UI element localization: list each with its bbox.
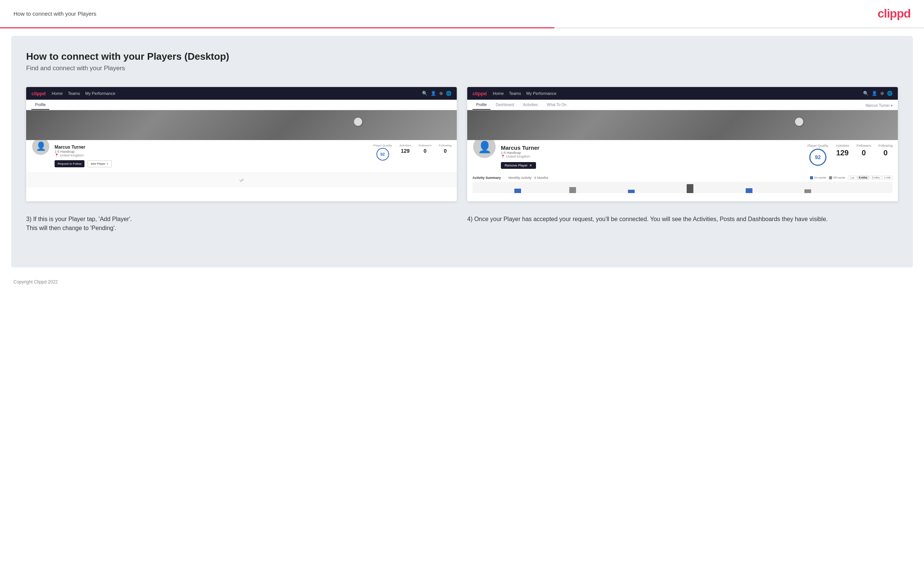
location-icon-left: 📍 — [55, 153, 59, 157]
page-heading: How to connect with your Players (Deskto… — [26, 51, 898, 62]
legend-oncourse-dot — [810, 176, 813, 179]
legend-off-course: Off course — [829, 176, 845, 179]
tab-activities-right[interactable]: Activities — [519, 103, 541, 110]
player-handicap-right: 1-5 Handicap — [501, 151, 803, 155]
settings-icon-right[interactable]: ⊕ — [880, 91, 884, 96]
stat-following-left: Following 0 — [439, 144, 452, 154]
nav-performance-left[interactable]: My Performance — [85, 91, 115, 96]
profile-section-right: 👤 Marcus Turner 1-5 Handicap 📍 United Ki… — [467, 140, 898, 201]
quality-circle-right: 92 — [809, 148, 826, 166]
screenshot-panel-left: clippd Home Teams My Performance 🔍 👤 ⊕ 🌐… — [26, 87, 457, 201]
nav-performance-right[interactable]: My Performance — [526, 91, 557, 96]
description-left: 3) If this is your Player tap, 'Add Play… — [26, 215, 457, 233]
player-handicap-left: 1-5 Handicap — [55, 150, 369, 153]
golf-ball-right — [795, 118, 803, 126]
tab-profile-left[interactable]: Profile — [31, 103, 49, 110]
time-btn-1mth[interactable]: 1 mth — [882, 176, 893, 180]
screenshots-row: clippd Home Teams My Performance 🔍 👤 ⊕ 🌐… — [26, 87, 898, 201]
app-nav-right: clippd Home Teams My Performance 🔍 👤 ⊕ 🌐 — [467, 87, 898, 100]
time-btn-6mths[interactable]: 6 mths — [857, 176, 869, 180]
panel-footer-left: ✂ — [26, 172, 457, 187]
profile-section-left: 👤 Marcus Turner 1-5 Handicap 📍 United Ki… — [26, 140, 457, 172]
app-nav-links-left: Home Teams My Performance — [52, 91, 416, 96]
chart-bar-1 — [514, 189, 521, 193]
time-btn-1yr[interactable]: 1 yr — [848, 176, 856, 180]
scissors-icon: ✂ — [238, 176, 246, 184]
profile-info-right: Marcus Turner 1-5 Handicap 📍 United King… — [501, 144, 803, 169]
search-icon-right[interactable]: 🔍 — [863, 91, 869, 96]
golf-banner-left — [26, 110, 457, 140]
player-location-right: 📍 United Kingdom — [501, 155, 803, 158]
tab-profile-right[interactable]: Profile — [472, 103, 490, 110]
chart-bar-6 — [804, 189, 811, 193]
nav-icons-right: 🔍 👤 ⊕ 🌐 — [863, 91, 893, 96]
clippd-logo: clippd — [878, 7, 911, 21]
page-footer: Copyright Clippd 2022 — [0, 275, 924, 289]
follow-button-left[interactable]: Request to Follow — [55, 160, 84, 167]
nav-home-right[interactable]: Home — [493, 91, 504, 96]
stat-activities-right: Activities 129 — [836, 144, 849, 157]
page-breadcrumb: How to connect with your Players — [13, 10, 97, 17]
search-icon-left[interactable]: 🔍 — [422, 91, 428, 96]
stat-followers-right: Followers 0 — [856, 144, 871, 157]
chart-bar-3 — [628, 190, 635, 193]
golf-ball-left — [354, 118, 362, 126]
chart-bar-2 — [569, 187, 576, 193]
chart-bar-5 — [746, 188, 753, 193]
stat-followers-left: Followers 0 — [418, 144, 431, 154]
add-player-button[interactable]: Add Player + — [87, 160, 112, 167]
player-name-left: Marcus Turner — [55, 145, 369, 150]
app-nav-left: clippd Home Teams My Performance 🔍 👤 ⊕ 🌐 — [26, 87, 457, 100]
main-content: How to connect with your Players (Deskto… — [11, 36, 913, 268]
golf-banner-img-right — [467, 110, 898, 140]
btn-row-right: Remove Player ✕ — [501, 162, 803, 169]
tab-whattoon-right[interactable]: What To On — [543, 103, 570, 110]
golf-banner-img-left — [26, 110, 457, 140]
globe-icon-left[interactable]: 🌐 — [446, 91, 452, 96]
quality-wrap-right: Player Quality 92 — [808, 144, 828, 166]
remove-player-button[interactable]: Remove Player ✕ — [501, 162, 536, 169]
chart-bar-4 — [687, 184, 693, 193]
profile-row-left: 👤 Marcus Turner 1-5 Handicap 📍 United Ki… — [31, 144, 452, 167]
time-buttons: 1 yr 6 mths 3 mths 1 mth — [848, 176, 893, 180]
profile-info-left: Marcus Turner 1-5 Handicap 📍 United King… — [55, 144, 369, 167]
avatar-icon-left: 👤 — [36, 142, 46, 151]
nav-home-left[interactable]: Home — [52, 91, 62, 96]
player-location-left: 📍 United Kingdom — [55, 153, 369, 157]
avatar-icon-right: 👤 — [478, 140, 491, 153]
stat-following-right: Following 0 — [879, 144, 893, 157]
copyright-text: Copyright Clippd 2022 — [13, 279, 58, 285]
profile-row-right: 👤 Marcus Turner 1-5 Handicap 📍 United Ki… — [472, 144, 893, 169]
location-icon-right: 📍 — [501, 155, 505, 158]
globe-icon-right[interactable]: 🌐 — [887, 91, 893, 96]
app-nav-links-right: Home Teams My Performance — [493, 91, 857, 96]
activity-period: Monthly Activity · 6 Months — [508, 176, 548, 180]
user-icon-right[interactable]: 👤 — [872, 91, 877, 96]
close-icon-remove: ✕ — [529, 164, 532, 167]
activity-legend: On course Off course 1 yr 6 mths 3 mths … — [810, 176, 893, 180]
nav-icons-left: 🔍 👤 ⊕ 🌐 — [422, 91, 452, 96]
app-tabs-right: Profile Dashboard Activities What To On … — [467, 100, 898, 110]
time-btn-3mths[interactable]: 3 mths — [870, 176, 881, 180]
stat-activities-left: Activities 129 — [399, 144, 411, 154]
nav-teams-left[interactable]: Teams — [68, 91, 80, 96]
nav-teams-right[interactable]: Teams — [509, 91, 521, 96]
btn-row-left: Request to Follow Add Player + — [55, 160, 369, 167]
tab-user-dropdown-right[interactable]: Marcus Turner ▾ — [866, 103, 893, 110]
legend-on-course: On course — [810, 176, 826, 179]
profile-stats-left: Player Quality 92 Activities 129 Followe… — [373, 144, 452, 161]
tab-dashboard-right[interactable]: Dashboard — [492, 103, 518, 110]
description-right: 4) Once your Player has accepted your re… — [467, 215, 898, 233]
app-logo-right: clippd — [472, 91, 487, 96]
profile-stats-right: Player Quality 92 Activities 129 Followe… — [808, 144, 893, 166]
legend-offcourse-dot — [829, 176, 832, 179]
app-logo-left: clippd — [31, 91, 45, 96]
quality-wrap-left: Player Quality 92 — [373, 144, 392, 161]
activity-header: Activity Summary Monthly Activity · 6 Mo… — [472, 176, 893, 180]
golf-banner-right — [467, 110, 898, 140]
settings-icon-left[interactable]: ⊕ — [439, 91, 443, 96]
quality-circle-left: 92 — [376, 148, 389, 161]
user-icon-left[interactable]: 👤 — [431, 91, 436, 96]
top-bar: How to connect with your Players clippd — [0, 0, 924, 28]
page-subheading: Find and connect with your Players — [26, 64, 898, 72]
